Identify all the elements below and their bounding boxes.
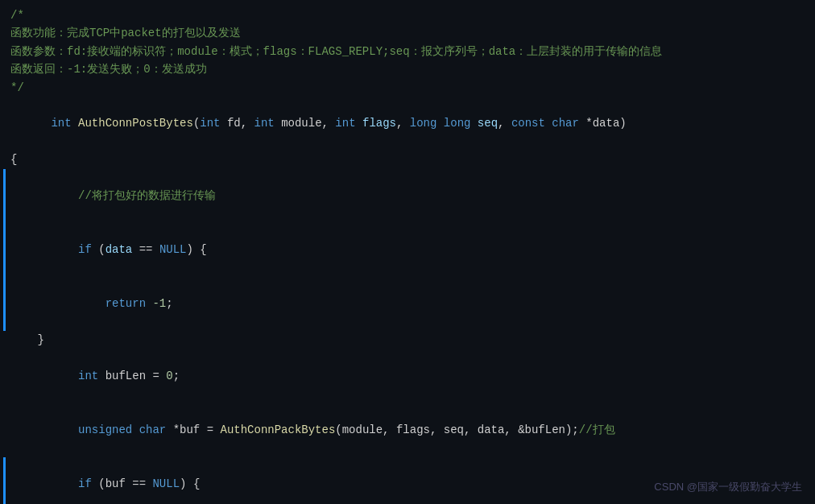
- line-if-data-null: if (data == NULL) {: [0, 223, 815, 277]
- line-buflen: int bufLen = 0;: [0, 349, 815, 403]
- line-comment-params: 函数参数：fd:接收端的标识符；module：模式；flags：FLAGS_RE…: [0, 43, 815, 60]
- line-unsigned-char: unsigned char *buf = AuthConnPackBytes(m…: [0, 403, 815, 457]
- line-func-decl: int AuthConnPostBytes(int fd, int module…: [0, 97, 815, 151]
- line-return-1: return -1;: [0, 277, 815, 331]
- line-comment-pack: //将打包好的数据进行传输: [0, 169, 815, 223]
- watermark: CSDN @国家一级假勤奋大学生: [654, 479, 802, 496]
- line-comment-return: 函数返回：-1:发送失败；0：发送成功: [0, 60, 815, 78]
- line-close-1: }: [0, 331, 815, 349]
- line-comment-func: 函数功能：完成TCP中packet的打包以及发送: [0, 24, 815, 42]
- line-comment-end: */: [0, 79, 815, 97]
- line-open-brace: {: [0, 151, 815, 168]
- code-editor: /* 函数功能：完成TCP中packet的打包以及发送 函数参数：fd:接收端的…: [0, 0, 815, 504]
- line-comment-start: /*: [0, 6, 815, 24]
